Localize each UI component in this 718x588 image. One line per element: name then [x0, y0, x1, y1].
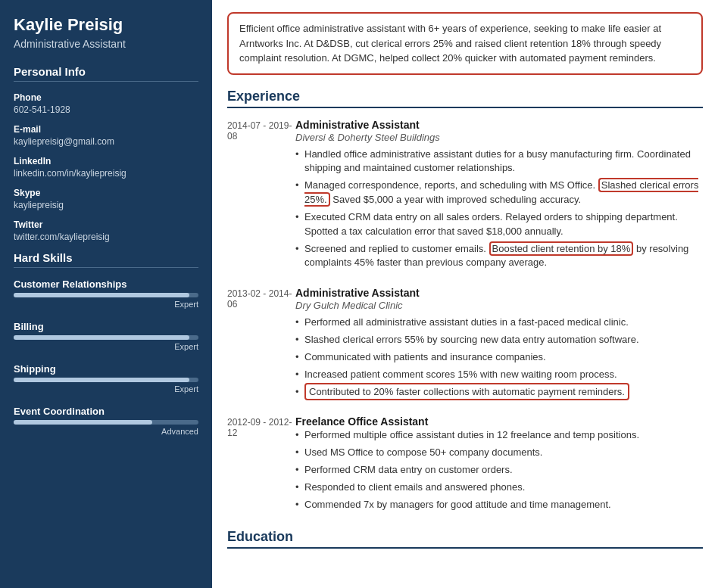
main-content: Efficient office administrative assistan…	[212, 0, 718, 588]
twitter-field: Twitter twitter.com/kayliepreisig	[14, 219, 198, 242]
highlight-client-retention: Boosted client retention by 18%	[489, 241, 634, 256]
exp-dates: 2013-02 - 2014-06	[227, 287, 295, 402]
skype-label: Skype	[14, 188, 198, 198]
candidate-name: Kaylie Preisig	[14, 15, 198, 35]
skill-bar-bg	[14, 335, 198, 340]
bullet-item: Executed CRM data entry on all sales ord…	[295, 210, 703, 239]
exp-company: Dry Gulch Medical Clinic	[295, 300, 703, 311]
bullet-item: Communicated with patients and insurance…	[295, 350, 703, 365]
email-value: kayliepreisig@gmail.com	[14, 136, 198, 147]
skill-level: Expert	[14, 384, 198, 394]
experience-entry-3: 2012-09 - 2012-12 Freelance Office Assis…	[227, 415, 703, 515]
skype-field: Skype kayliepreisig	[14, 188, 198, 210]
bullet-item: Performed CRM data entry on customer ord…	[295, 463, 703, 478]
exp-job-title: Administrative Assistant	[295, 119, 703, 131]
exp-bullets: Performed multiple office assistant duti…	[295, 428, 703, 512]
bullet-item: Managed correspondence, reports, and sch…	[295, 179, 703, 207]
skill-name: Event Coordination	[14, 406, 198, 417]
bullet-item: Screened and replied to customer emails.…	[295, 242, 703, 271]
linkedin-field: LinkedIn linkedin.com/in/kayliepreisig	[14, 156, 198, 179]
experience-entry-2: 2013-02 - 2014-06 Administrative Assista…	[227, 287, 703, 402]
bullet-item: Used MS Office to compose 50+ company do…	[295, 446, 703, 460]
email-field: E-mail kayliepreisig@gmail.com	[14, 124, 198, 147]
summary-text: Efficient office administrative assistan…	[239, 23, 661, 64]
email-label: E-mail	[14, 124, 198, 135]
candidate-title: Administrative Assistant	[14, 38, 198, 50]
exp-job-title: Administrative Assistant	[295, 287, 703, 299]
exp-content: Freelance Office Assistant Performed mul…	[295, 415, 703, 515]
bullet-item: Increased patient comment scores 15% wit…	[295, 368, 703, 382]
skill-name: Customer Relationships	[14, 278, 198, 290]
hard-skills-heading: Hard Skills	[14, 251, 198, 268]
skill-bar-bg	[14, 378, 198, 382]
bullet-item: Performed multiple office assistant duti…	[295, 428, 703, 443]
exp-dates: 2014-07 - 2019-08	[227, 119, 295, 274]
summary-box: Efficient office administrative assistan…	[227, 12, 703, 75]
bullet-item: Responded to client emails and answered …	[295, 481, 703, 495]
skill-bar-bg	[14, 420, 198, 425]
exp-bullets: Performed all administrative assistant d…	[295, 316, 703, 399]
skill-event-coordination: Event Coordination Advanced	[14, 406, 198, 436]
education-heading: Education	[227, 529, 703, 549]
linkedin-label: LinkedIn	[14, 156, 198, 166]
exp-job-title: Freelance Office Assistant	[295, 415, 703, 428]
skill-bar-fill	[14, 420, 152, 425]
skill-name: Billing	[14, 321, 198, 332]
experience-heading: Experience	[227, 89, 703, 108]
highlight-collections: Contributed to 20% faster collections wi…	[304, 383, 629, 400]
skill-level: Expert	[14, 342, 198, 351]
sidebar: Kaylie Preisig Administrative Assistant …	[0, 0, 212, 588]
skill-customer-relationships: Customer Relationships Expert	[14, 278, 198, 309]
exp-company: Diversi & Doherty Steel Buildings	[295, 132, 703, 143]
exp-content: Administrative Assistant Diversi & Doher…	[295, 119, 703, 274]
bullet-item: Handled office administrative assistant …	[295, 148, 703, 176]
skype-value: kayliepreisig	[14, 200, 198, 210]
exp-content: Administrative Assistant Dry Gulch Medic…	[295, 287, 703, 402]
highlight-slashed-clerical: Slashed clerical errors 25%.	[304, 178, 698, 207]
phone-value: 602-541-1928	[14, 104, 198, 115]
skill-bar-fill	[14, 293, 189, 297]
skill-level: Advanced	[14, 427, 198, 436]
skill-name: Shipping	[14, 363, 198, 375]
twitter-value: twitter.com/kayliepreisig	[14, 232, 198, 242]
bullet-item: Performed all administrative assistant d…	[295, 316, 703, 330]
bullet-item: Slashed clerical errors 55% by sourcing …	[295, 333, 703, 347]
personal-info-heading: Personal Info	[14, 65, 198, 82]
skill-level: Expert	[14, 300, 198, 309]
skill-bar-fill	[14, 335, 189, 340]
bullet-item: Commended 7x by managers for good attitu…	[295, 498, 703, 512]
bullet-item: Contributed to 20% faster collections wi…	[295, 385, 703, 400]
skill-bar-fill	[14, 378, 189, 382]
skill-billing: Billing Expert	[14, 321, 198, 351]
linkedin-value: linkedin.com/in/kayliepreisig	[14, 168, 198, 179]
experience-entry-1: 2014-07 - 2019-08 Administrative Assista…	[227, 119, 703, 274]
twitter-label: Twitter	[14, 219, 198, 230]
phone-field: Phone 602-541-1928	[14, 92, 198, 115]
phone-label: Phone	[14, 92, 198, 103]
skill-bar-bg	[14, 293, 198, 297]
exp-dates: 2012-09 - 2012-12	[227, 415, 295, 515]
exp-bullets: Handled office administrative assistant …	[295, 148, 703, 271]
skill-shipping: Shipping Expert	[14, 363, 198, 394]
